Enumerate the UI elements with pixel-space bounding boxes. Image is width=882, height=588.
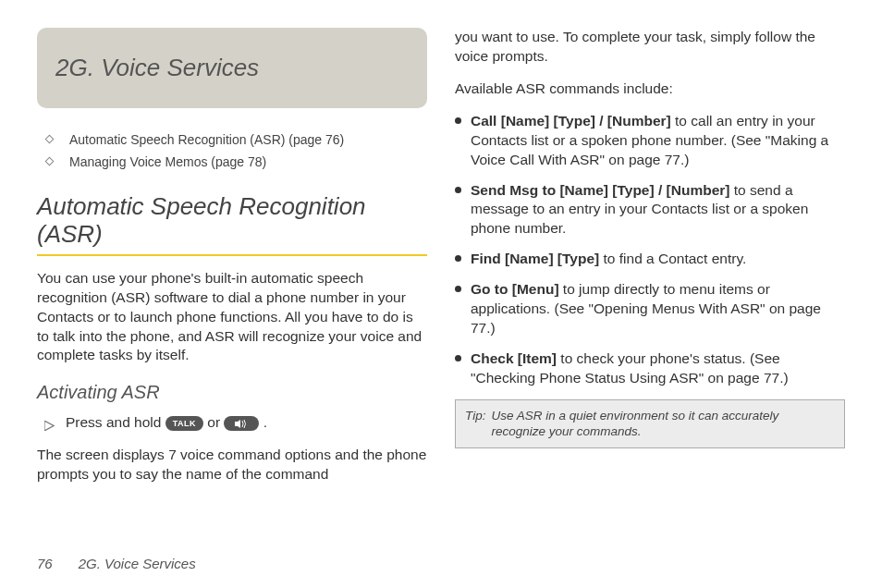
command-name: Go to [Menu] — [471, 281, 559, 297]
available-intro: Available ASR commands include: — [455, 80, 845, 99]
bullet-icon — [455, 255, 461, 262]
step-mid: or — [207, 414, 224, 430]
toc-item: Managing Voice Memos (page 78) — [46, 154, 427, 169]
page-number: 76 — [37, 556, 53, 571]
command-text: Go to [Menu] to jump directly to menu it… — [471, 280, 845, 338]
list-item: Check [Item] to check your phone's statu… — [455, 349, 845, 388]
toc-list: Automatic Speech Recognition (ASR) (page… — [37, 132, 427, 169]
step-suffix: . — [263, 414, 267, 430]
tip-box: Tip: Use ASR in a quiet environment so i… — [455, 399, 845, 448]
tip-text: Use ASR in a quiet environment so it can… — [491, 408, 835, 440]
step-row: Press and hold TALK or . — [37, 412, 427, 436]
diamond-icon — [45, 135, 55, 144]
command-list: Call [Name] [Type] / [Number] to call an… — [455, 112, 845, 388]
tip-label: Tip: — [465, 408, 485, 440]
command-name: Find [Name] [Type] — [471, 251, 599, 266]
right-column: you want to use. To complete your task, … — [455, 28, 845, 518]
bullet-icon — [455, 187, 461, 193]
step-prefix: Press and hold — [66, 414, 165, 430]
list-item: Find [Name] [Type] to find a Contact ent… — [455, 250, 845, 269]
page-footer: 76 2G. Voice Services — [37, 556, 196, 571]
command-name: Check [Item] — [471, 350, 557, 366]
command-text: Check [Item] to check your phone's statu… — [471, 349, 845, 388]
diamond-icon — [45, 157, 55, 166]
list-item: Send Msg to [Name] [Type] / [Number] to … — [455, 181, 845, 239]
screen-paragraph: The screen displays 7 voice command opti… — [37, 446, 427, 484]
bullet-icon — [455, 117, 461, 124]
svg-marker-1 — [235, 420, 240, 428]
command-text: Call [Name] [Type] / [Number] to call an… — [471, 112, 845, 170]
command-rest: to find a Contact entry. — [599, 251, 746, 266]
sub-heading: Activating ASR — [37, 382, 427, 403]
toc-text: Managing Voice Memos (page 78) — [69, 154, 266, 169]
command-name: Send Msg to [Name] [Type] / [Number] — [471, 182, 729, 198]
speaker-key-icon — [224, 416, 259, 431]
section-heading: Automatic Speech Recognition (ASR) — [37, 193, 427, 256]
command-name: Call [Name] [Type] / [Number] — [471, 113, 671, 129]
list-item: Go to [Menu] to jump directly to menu it… — [455, 280, 845, 338]
svg-marker-0 — [44, 421, 54, 431]
footer-title: 2G. Voice Services — [79, 556, 196, 571]
command-text: Find [Name] [Type] to find a Contact ent… — [471, 250, 746, 269]
continuation-paragraph: you want to use. To complete your task, … — [455, 28, 845, 67]
talk-key-icon: TALK — [165, 416, 203, 431]
banner-title: 2G. Voice Services — [55, 54, 409, 82]
command-text: Send Msg to [Name] [Type] / [Number] to … — [471, 181, 845, 239]
triangle-icon — [44, 416, 55, 436]
bullet-icon — [455, 286, 461, 292]
section-banner: 2G. Voice Services — [37, 28, 427, 108]
bullet-icon — [455, 355, 461, 361]
intro-paragraph: You can use your phone's built-in automa… — [37, 269, 427, 366]
list-item: Call [Name] [Type] / [Number] to call an… — [455, 112, 845, 170]
toc-text: Automatic Speech Recognition (ASR) (page… — [69, 132, 344, 147]
toc-item: Automatic Speech Recognition (ASR) (page… — [46, 132, 427, 147]
left-column: 2G. Voice Services Automatic Speech Reco… — [37, 28, 427, 518]
step-text: Press and hold TALK or . — [66, 412, 267, 436]
